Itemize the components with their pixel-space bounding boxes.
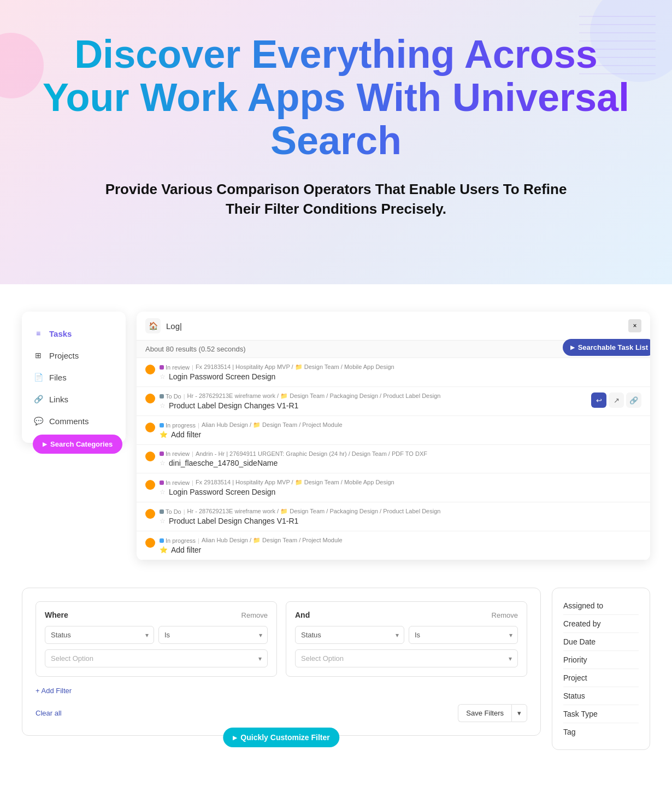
task-name: ⭐ Add filter	[160, 430, 641, 439]
where-remove-button[interactable]: Remove	[241, 611, 268, 619]
where-group-header: Where Remove	[45, 611, 268, 619]
table-row: In progress | Alian Hub Design / 📁 Desig…	[137, 531, 650, 560]
link-button[interactable]: 🔗	[626, 392, 641, 408]
priority-indicator	[145, 452, 155, 461]
main-content: ≡ Tasks ⊞ Projects 📄 Files 🔗 Links 💬 Com…	[0, 284, 672, 777]
and-is-select[interactable]: Is	[409, 626, 518, 644]
star-icon[interactable]: ☆	[160, 488, 166, 496]
close-icon: ×	[633, 322, 636, 330]
status-dot	[160, 365, 164, 370]
search-input[interactable]	[166, 321, 623, 331]
list-item: Due Date	[563, 633, 639, 651]
task-status: In progress	[160, 537, 196, 544]
filter-section: Where Remove Status Is	[22, 588, 650, 750]
task-name: ⭐ Add filter	[160, 546, 641, 554]
list-item: Assigned to	[563, 597, 639, 615]
task-body: To Do | Hr - 287629213E wireframe work /…	[160, 392, 587, 410]
and-option-label: Select Option	[301, 654, 344, 663]
files-icon: 📄	[33, 372, 44, 383]
task-name: ☆ Product Label Design Changes V1-R1	[160, 401, 587, 410]
status-dot	[160, 452, 164, 456]
star-icon[interactable]: ☆	[160, 402, 166, 409]
task-body: In review | Fx 29183514 | Hospitality Ap…	[160, 479, 641, 496]
task-meta: In review | Andrin - Hr | 27694911 URGEN…	[160, 450, 641, 457]
status-dot	[160, 423, 164, 427]
task-body: In review | Fx 29183514 | Hospitality Ap…	[160, 364, 641, 381]
where-status-select-wrapper: Status	[45, 626, 154, 644]
comments-icon: 💬	[33, 415, 44, 426]
where-option-label: Select Option	[51, 654, 93, 663]
list-item: Status	[563, 687, 639, 705]
and-remove-button[interactable]: Remove	[492, 611, 518, 619]
star-icon[interactable]: ☆	[160, 459, 166, 467]
where-is-select-wrapper: Is	[158, 626, 268, 644]
task-body: In review | Andrin - Hr | 27694911 URGEN…	[160, 450, 641, 467]
list-item: Project	[563, 669, 639, 687]
chevron-down-icon: ▾	[509, 655, 512, 663]
task-meta: To Do | Hr - 287629213E wireframe work /…	[160, 392, 587, 400]
list-item: Created by	[563, 615, 639, 633]
and-option-select[interactable]: Select Option ▾	[295, 649, 518, 667]
task-list: In review | Fx 29183514 | Hospitality Ap…	[137, 358, 650, 560]
sidebar-item-comments[interactable]: 💬 Comments	[22, 410, 126, 432]
task-body: In progress | Alian Hub Design / 📁 Desig…	[160, 421, 641, 439]
task-status: In progress	[160, 422, 196, 429]
search-panel: 🏠 × About 80 results (0.52 seconds) Sort…	[137, 312, 650, 560]
sidebar-item-tasks[interactable]: ≡ Tasks	[22, 323, 126, 344]
add-filter-button[interactable]: + Add Filter	[36, 687, 72, 695]
list-item: Task Type	[563, 705, 639, 723]
external-link-button[interactable]: ↗	[609, 392, 624, 408]
priority-indicator	[145, 394, 155, 403]
where-filter-group: Where Remove Status Is	[36, 601, 277, 677]
task-status: In review	[160, 364, 190, 371]
home-icon[interactable]: 🏠	[145, 318, 161, 333]
task-meta: In review | Fx 29183514 | Hospitality Ap…	[160, 364, 641, 371]
reply-button[interactable]: ↩	[591, 392, 606, 408]
search-bar: 🏠 ×	[137, 312, 650, 341]
task-status: In review	[160, 450, 190, 457]
save-filters-button[interactable]: Save Filters	[458, 704, 511, 722]
right-panel: Assigned to Created by Due Date Priority…	[552, 588, 650, 750]
where-status-select[interactable]: Status	[45, 626, 154, 644]
star-icon[interactable]: ☆	[160, 373, 166, 380]
filter-panel: Where Remove Status Is	[22, 588, 541, 736]
where-filter-inputs: Status Is	[45, 626, 268, 644]
list-item: Tag	[563, 723, 639, 741]
star-icon[interactable]: ⭐	[160, 546, 168, 554]
and-is-select-wrapper: Is	[409, 626, 518, 644]
search-categories-button[interactable]: Search Categories	[33, 435, 122, 454]
list-item: Priority	[563, 651, 639, 669]
task-actions: ↩ ↗ 🔗	[591, 392, 641, 408]
task-status: To Do	[160, 393, 181, 400]
sidebar-item-comments-label: Comments	[49, 417, 89, 426]
results-count: About 80 results (0.52 seconds)	[145, 345, 246, 353]
task-body: In progress | Alian Hub Design / 📁 Desig…	[160, 537, 641, 554]
status-dot	[160, 394, 164, 398]
table-row: To Do | Hr - 287629213E wireframe work /…	[137, 502, 650, 531]
and-filter-group: And Remove Status Is	[286, 601, 527, 677]
sidebar-item-projects[interactable]: ⊞ Projects	[22, 344, 126, 366]
star-icon[interactable]: ⭐	[160, 431, 168, 438]
where-is-select[interactable]: Is	[158, 626, 268, 644]
filter-row: Where Remove Status Is	[36, 601, 527, 677]
sidebar-item-files[interactable]: 📄 Files	[22, 366, 126, 388]
priority-indicator	[145, 509, 155, 519]
hero-subtitle: Provide Various Comparison Operators Tha…	[90, 179, 582, 219]
close-button[interactable]: ×	[628, 319, 641, 332]
where-option-select[interactable]: Select Option ▾	[45, 649, 268, 667]
table-row: In review | Fx 29183514 | Hospitality Ap…	[137, 473, 650, 502]
dropdown-arrow-icon: ▾	[517, 709, 521, 717]
sidebar-item-links[interactable]: 🔗 Links	[22, 388, 126, 410]
and-status-select[interactable]: Status	[295, 626, 404, 644]
and-filter-inputs: Status Is	[295, 626, 518, 644]
links-icon: 🔗	[33, 394, 44, 405]
save-filters-dropdown-button[interactable]: ▾	[511, 704, 527, 722]
sidebar-item-files-label: Files	[49, 373, 67, 382]
table-row: To Do | Hr - 287629213E wireframe work /…	[137, 387, 650, 416]
table-row: In progress | Alian Hub Design / 📁 Desig…	[137, 416, 650, 445]
star-icon[interactable]: ☆	[160, 517, 166, 525]
chevron-down-icon: ▾	[258, 655, 262, 663]
table-row: In review | Andrin - Hr | 27694911 URGEN…	[137, 445, 650, 473]
clear-all-button[interactable]: Clear all	[36, 709, 62, 717]
filter-footer: Clear all Save Filters ▾	[36, 704, 527, 722]
